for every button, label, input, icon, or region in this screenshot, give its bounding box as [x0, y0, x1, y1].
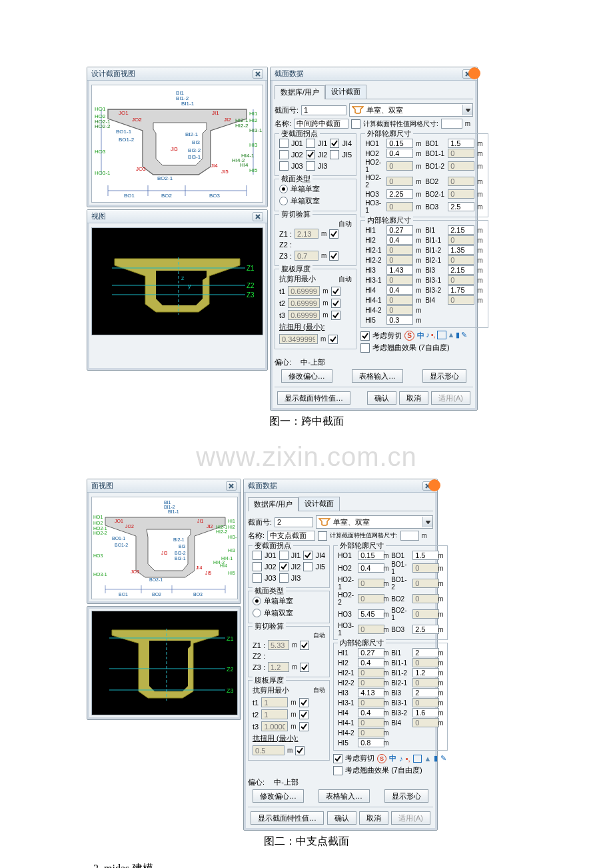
svg-text:JO1: JO1: [115, 519, 123, 523]
t3-auto[interactable]: [331, 311, 340, 320]
t1-input[interactable]: [288, 286, 320, 296]
svg-text:BI3-1: BI3-1: [175, 556, 186, 561]
cancel-button[interactable]: 取消: [399, 391, 428, 405]
svg-text:HI1: HI1: [249, 111, 258, 117]
svg-text:HO1: HO1: [93, 515, 103, 519]
svg-text:BI2-1: BI2-1: [173, 537, 185, 542]
svg-text:HO2: HO2: [93, 521, 103, 525]
J02-cb[interactable]: [279, 150, 289, 159]
svg-text:z: z: [181, 275, 185, 281]
svg-text:JI4: JI4: [211, 163, 218, 169]
figure2-caption: 图二：中支点截面: [87, 835, 526, 849]
svg-text:HO3-1: HO3-1: [95, 170, 111, 176]
close-icon[interactable]: [226, 481, 237, 491]
svg-text:HO3: HO3: [93, 553, 103, 558]
z3-input[interactable]: [295, 251, 318, 261]
svg-text:Z1: Z1: [227, 635, 234, 642]
preview-3d: Z1Z2Z3 zy: [91, 227, 263, 335]
JI1-cb[interactable]: [306, 139, 315, 148]
z1-input[interactable]: [295, 229, 318, 239]
tt-auto[interactable]: [328, 335, 338, 344]
cross-section-drawing-2: HO1HO2HO2-1HO2-2HO3HO3-1HI1HI2HI2-1HI2-2…: [91, 497, 238, 599]
ok-button[interactable]: 确认: [367, 391, 396, 405]
t1-auto[interactable]: [331, 287, 340, 296]
svg-text:HO1: HO1: [95, 106, 106, 112]
section-number-input[interactable]: [301, 105, 346, 115]
mesh-size-input[interactable]: [441, 119, 462, 129]
svg-text:Z1: Z1: [247, 265, 255, 272]
app-tag-icon: [468, 67, 480, 79]
mesh-checkbox[interactable]: [351, 119, 360, 129]
t2-input[interactable]: [288, 298, 320, 308]
svg-text:JO3: JO3: [136, 166, 146, 172]
consider-warp-cb[interactable]: [360, 343, 370, 353]
svg-text:HI3-1: HI3-1: [228, 535, 237, 539]
close-icon[interactable]: [253, 69, 263, 79]
svg-text:Z3: Z3: [247, 291, 255, 299]
svg-text:JI5: JI5: [221, 169, 229, 175]
svg-text:HI2: HI2: [249, 117, 258, 123]
svg-text:BI3-2: BI3-2: [188, 147, 201, 153]
close-icon[interactable]: [253, 212, 263, 221]
section-name-input[interactable]: [294, 119, 348, 129]
show-section-props-button[interactable]: 显示截面特性值…: [277, 391, 350, 405]
svg-text:HI5: HI5: [228, 571, 235, 575]
svg-text:HI1: HI1: [228, 519, 235, 523]
svg-text:BI3-2: BI3-2: [175, 551, 186, 555]
svg-text:BO1-2: BO1-2: [119, 137, 135, 143]
svg-text:Z2: Z2: [247, 282, 255, 289]
t3-input[interactable]: [288, 310, 320, 320]
svg-text:JI4: JI4: [196, 565, 202, 570]
t2-auto[interactable]: [331, 299, 340, 308]
svg-text:BO1-1: BO1-1: [116, 129, 132, 135]
single-cell-radio[interactable]: [279, 185, 288, 193]
logo-s-icon: S: [404, 331, 414, 341]
svg-text:HI2-2: HI2-2: [235, 123, 249, 129]
section-data-title: 截面数据: [271, 67, 477, 81]
svg-text:Z2: Z2: [227, 666, 234, 673]
qat-icons: 中 ♪ •, ▲ ▮ ✎: [417, 331, 467, 341]
tabs: 数据库/用户 设计截面: [275, 85, 473, 99]
svg-text:JI3: JI3: [161, 551, 167, 555]
JI2-cb[interactable]: [306, 150, 315, 159]
svg-text:HI4-2: HI4-2: [213, 560, 225, 565]
J03-cb[interactable]: [279, 161, 289, 171]
svg-text:BI1-2: BI1-2: [164, 505, 175, 509]
svg-text:BI1: BI1: [164, 500, 171, 505]
double-cell-radio[interactable]: [279, 197, 288, 205]
watermark: www.zixin.com.cn: [87, 442, 526, 472]
svg-text:BI3: BI3: [179, 544, 186, 549]
svg-text:JI3: JI3: [171, 146, 178, 152]
J01-cb[interactable]: [279, 139, 289, 148]
design-section-view-title: 设计截面视图: [87, 67, 267, 81]
apply-button[interactable]: 适用(A): [431, 391, 470, 405]
svg-text:HI2-1: HI2-1: [216, 525, 227, 529]
section-type-dropdown[interactable]: 单室、双室: [349, 103, 473, 117]
svg-text:HO2-2: HO2-2: [95, 123, 111, 129]
tt-input[interactable]: [279, 334, 318, 344]
JI4-cb[interactable]: [330, 139, 339, 148]
show-centroid-button[interactable]: 显示形心: [422, 369, 466, 383]
svg-text:BO1-2: BO1-2: [115, 543, 128, 547]
table-input-button[interactable]: 表格输入…: [352, 369, 403, 383]
JI5-cb[interactable]: [330, 150, 339, 159]
svg-text:BO2: BO2: [152, 592, 161, 597]
tab-design-section[interactable]: 设计截面: [325, 85, 366, 99]
svg-text:JI2: JI2: [207, 524, 213, 529]
svg-text:y: y: [188, 283, 191, 289]
svg-text:HI5: HI5: [249, 167, 258, 173]
z3-auto-cb[interactable]: [329, 251, 338, 261]
preview-3d-2: Z1Z2Z3: [91, 611, 238, 715]
svg-text:HI4-1: HI4-1: [241, 153, 255, 159]
inner-grid: HI1mBI1m HI2mBI1-1m HI2-1mBI1-2m HI2-2mB…: [365, 225, 484, 325]
svg-text:JO2: JO2: [132, 117, 142, 123]
z1-auto-cb[interactable]: [329, 229, 338, 239]
svg-text:JO2: JO2: [125, 524, 134, 529]
section-heading: 2. midas 建模: [93, 862, 526, 868]
modify-offset-button[interactable]: 修改偏心…: [281, 369, 332, 383]
consider-shear-cb[interactable]: [360, 331, 370, 341]
svg-text:BI1-1: BI1-1: [168, 509, 179, 514]
tab-db-user[interactable]: 数据库/用户: [275, 85, 325, 99]
outer-grid: HO1mBO1m HO2mBO1-1m HO2-1mBO1-2m HO2-2mB…: [365, 139, 484, 214]
JI3-cb[interactable]: [306, 161, 315, 171]
